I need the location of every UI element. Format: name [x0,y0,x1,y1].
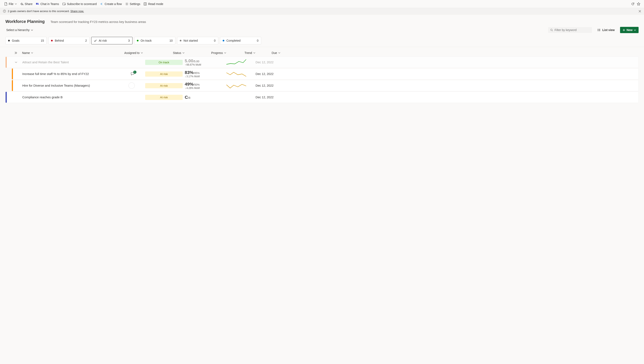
goal-row[interactable]: Attract and Retain the Best TalentOn tra… [6,57,638,68]
due-date: Dec 12, 2022 [256,72,280,76]
svg-point-4 [126,4,127,4]
read-icon [144,2,147,6]
page-description: Team scorecard for tracking FY23 metrics… [50,20,146,24]
refresh-button[interactable] [630,1,636,7]
status-pill: On track [145,60,183,65]
info-close-button[interactable] [638,10,641,12]
col-progress[interactable]: Progress [184,51,226,54]
filter-count: 3 [128,39,130,42]
progress-cell: C/B [185,95,226,100]
info-text: 2 goals owners don't have access to this… [8,10,84,13]
trend-cell [226,59,256,66]
chevron-down-icon [31,52,33,54]
status-cell: At risk [143,83,185,88]
hierarchy-label: Select a hierarchy [6,28,30,32]
comment-indicator[interactable]: 1 [130,72,135,76]
filter-label: On track [140,39,169,42]
progress-target: /5.00 [193,60,199,63]
goal-row[interactable]: Compliance reaches grade BAt riskC/BDec … [6,92,638,103]
list-icon [597,28,601,32]
filter-card-behind[interactable]: Behind2 [48,37,90,44]
progress-delta: ↓ 4.26% MoM [185,87,200,90]
search-input[interactable] [555,28,590,32]
svg-point-16 [598,30,598,30]
chevron-down-icon [31,29,33,31]
goal-name-cell: Attract and Retain the Best Talent [22,60,97,65]
col-trend[interactable]: Trend [226,51,255,54]
filter-card-not-started[interactable]: Not started0 [177,37,218,44]
settings-button[interactable]: Settings [124,2,142,6]
goal-name-cell: Hire for Diverse and Inclusive Teams (Ma… [22,83,97,88]
row-accent [12,68,13,79]
progress-value: 49% [185,82,194,86]
assigned-cell: 1 [97,72,143,76]
filter-count: 2 [85,39,87,42]
status-dot [180,40,182,42]
filter-count: 0 [257,39,258,42]
goal-name: Hire for Diverse and Inclusive Teams (Ma… [22,83,90,88]
status-cell: At risk [143,72,185,77]
share-label: Share [25,2,32,6]
read-mode-button[interactable]: Read mode [142,2,165,6]
svg-rect-0 [36,3,38,4]
svg-point-10 [551,29,552,30]
col-assigned[interactable]: Assigned to [97,51,143,54]
row-accent [12,80,13,91]
goal-row[interactable]: Increase full time staff % to 85% by end… [12,68,638,80]
share-now-link[interactable]: Share now. [70,10,84,13]
chevron-down-icon [15,3,17,5]
filter-card-goals[interactable]: Goals15 [6,37,47,44]
filter-card-at-risk[interactable]: At risk3 [91,37,132,44]
svg-point-1 [38,3,39,4]
col-name[interactable]: Name [22,51,97,54]
create-flow-button[interactable]: Create a flow [98,2,123,6]
status-dot [223,40,224,42]
filter-row: Goals15Behind2At risk3On track10Not star… [0,35,644,47]
filter-card-completed[interactable]: Completed0 [220,37,261,44]
progress-target: /85% [194,72,200,74]
progress-value: C [185,95,188,100]
arrow-down-icon: ↓ [185,87,186,90]
subscribe-button[interactable]: Subscribe to scorecard [60,2,98,6]
status-dot [8,40,10,42]
col-due[interactable]: Due [255,51,280,54]
chevron-down-icon [141,52,143,54]
progress-cell: 49%/50%↓ 4.26% MoM [185,82,226,90]
expand-all-button[interactable] [10,52,22,54]
info-icon [3,10,6,13]
search-box[interactable] [548,27,592,33]
filter-label: Not started [184,39,214,42]
favorite-button[interactable] [636,1,642,7]
status-dot [137,40,138,42]
file-menu[interactable]: File [2,2,18,6]
share-button[interactable]: Share [18,2,34,6]
progress-value: 5.00 [185,58,193,63]
progress-delta: ↑ 66.67% MoM [185,63,201,66]
top-toolbar: File Share Chat in Teams Subscribe to sc… [0,0,644,8]
hierarchy-dropdown[interactable]: Select a hierarchy [6,28,34,32]
flow-icon [100,2,103,6]
col-status[interactable]: Status [143,51,184,54]
progress-cell: 83%/85%↓ 3.17% MoM [185,70,226,78]
chevron-down-icon [278,52,280,54]
subscribe-label: Subscribe to scorecard [67,2,97,6]
collapse-button[interactable] [10,61,22,64]
new-button[interactable]: New [620,27,638,33]
goal-name-cell: Increase full time staff % to 85% by end… [22,72,97,76]
status-cell: At risk [143,95,185,100]
list-view-button[interactable]: List view [595,27,617,33]
due-date: Dec 12, 2022 [256,60,280,64]
chat-teams-button[interactable]: Chat in Teams [34,2,60,6]
filter-card-on-track[interactable]: On track10 [134,37,175,44]
status-cell: On track [143,60,185,65]
gear-icon [125,2,128,6]
file-icon [4,2,8,6]
svg-rect-2 [38,4,39,5]
chevron-down-icon [253,52,255,54]
progress-target: /50% [194,83,200,86]
goal-row[interactable]: Hire for Diverse and Inclusive Teams (Ma… [12,80,638,91]
unassigned-avatar[interactable] [128,82,135,89]
svg-line-11 [552,30,553,31]
file-label: File [9,2,14,6]
list-view-label: List view [602,28,615,32]
